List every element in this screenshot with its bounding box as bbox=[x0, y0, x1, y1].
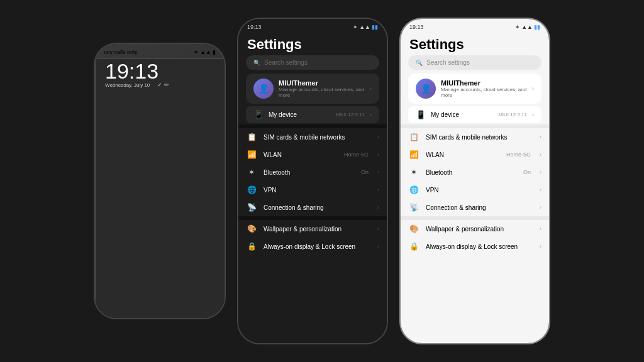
phone3-lock-label: Always-on display & Lock screen bbox=[426, 243, 533, 250]
phone2-bt-icon: ✶ bbox=[246, 168, 257, 177]
phone2-device-icon: 📱 bbox=[253, 110, 264, 119]
phone3-conn-icon: 📡 bbox=[408, 203, 419, 212]
phone2-time: 19:13 bbox=[247, 24, 262, 30]
phone3-settings-content: 👤 MIUIThemer Manage accounts, cloud serv… bbox=[401, 74, 549, 343]
phone2-vpn-chevron: › bbox=[377, 187, 379, 193]
phone3-lock-icon: 🔒 bbox=[408, 242, 419, 251]
phone-2-dark: 19:13 ✶ ▲▲ ▮▮ Settings 🔍 Search settings… bbox=[237, 18, 388, 344]
phone3-profile-row[interactable]: 👤 MIUIThemer Manage accounts, cloud serv… bbox=[408, 74, 541, 104]
phone2-settings-content: 👤 MIUIThemer Manage accounts, cloud serv… bbox=[238, 74, 387, 343]
phone3-profile-sub: Manage accounts, cloud services, and mor… bbox=[441, 87, 527, 98]
phone3-menu-bt[interactable]: ✶ Bluetooth On › bbox=[401, 163, 549, 181]
phone3-device-icon: 📱 bbox=[416, 110, 426, 119]
phone3-conn-chevron: › bbox=[540, 204, 541, 211]
phone3-settings-title: Settings bbox=[401, 33, 549, 55]
phone3-bt-chevron: › bbox=[540, 169, 541, 175]
phone3-wall-chevron: › bbox=[540, 226, 541, 232]
phone2-menu-wlan[interactable]: 📶 WLAN Home-5G › bbox=[238, 146, 387, 163]
phone2-wlan-label: WLAN bbox=[264, 151, 338, 158]
phone3-wlan-icon: 📶 bbox=[408, 150, 419, 159]
phone3-wlan-value: Home-5G bbox=[506, 151, 531, 158]
phone3-conn-label: Connection & sharing bbox=[426, 204, 533, 211]
phone2-vpn-icon: 🌐 bbox=[246, 185, 257, 194]
phone3-device-label: My device bbox=[431, 111, 493, 118]
phone3-vpn-label: VPN bbox=[426, 187, 533, 194]
phone2-sim-label: SIM cards & mobile networks bbox=[264, 134, 371, 141]
phone3-device-chevron: › bbox=[532, 112, 534, 118]
phone2-device-row[interactable]: 📱 My device MIUI 12.5.11 › bbox=[246, 106, 379, 123]
phone3-search-bar[interactable]: 🔍 Search settings bbox=[408, 55, 541, 70]
phone2-wall-label: Wallpaper & personalization bbox=[264, 226, 371, 233]
phone2-search-bar[interactable]: 🔍 Search settings bbox=[246, 55, 379, 70]
phone3-menu-lock[interactable]: 🔒 Always-on display & Lock screen › bbox=[401, 238, 549, 255]
phone3-search-placeholder: Search settings bbox=[426, 59, 470, 66]
phone1-status-bar: ncy calls only ✶ ▲▲ ▮ bbox=[95, 44, 225, 58]
phone2-profile-chevron: › bbox=[370, 85, 372, 92]
phone2-bt-chevron: › bbox=[377, 169, 379, 175]
phone2-wall-icon: 🎨 bbox=[246, 224, 257, 233]
phone2-menu-lock[interactable]: 🔒 Always-on display & Lock screen › bbox=[238, 238, 387, 255]
phone2-lock-icon: 🔒 bbox=[246, 242, 257, 251]
phone3-time: 19:13 bbox=[409, 24, 424, 30]
phone3-wlan-chevron: › bbox=[540, 151, 541, 158]
phone2-lock-label: Always-on display & Lock screen bbox=[264, 243, 371, 250]
phone3-sim-icon: 📋 bbox=[408, 133, 419, 141]
phone2-device-version: MIUI 12.5.11 bbox=[336, 112, 365, 118]
phone2-search-placeholder: Search settings bbox=[264, 59, 308, 66]
phone2-wall-chevron: › bbox=[377, 226, 379, 232]
phone3-status-bar: 19:13 ✶ ▲▲ ▮▮ bbox=[401, 19, 549, 33]
settings-light-screen: 19:13 ✶ ▲▲ ▮▮ Settings 🔍 Search settings… bbox=[401, 19, 549, 343]
phone3-bt-label: Bluetooth bbox=[426, 169, 517, 176]
phone2-bt-value: On bbox=[361, 169, 369, 175]
phone2-menu-sim[interactable]: 📋 SIM cards & mobile networks › bbox=[238, 128, 387, 146]
phone2-profile-row[interactable]: 👤 MIUIThemer Manage accounts, cloud serv… bbox=[246, 74, 379, 104]
phone3-avatar: 👤 bbox=[416, 79, 436, 99]
phone3-profile-name: MIUIThemer bbox=[441, 79, 527, 87]
phone2-wlan-icon: 📶 bbox=[246, 150, 257, 159]
phone3-menu-vpn[interactable]: 🌐 VPN › bbox=[401, 181, 549, 199]
phone2-avatar: 👤 bbox=[253, 79, 274, 99]
phone2-profile-sub: Manage accounts, cloud services, and mor… bbox=[279, 87, 365, 98]
phone2-vpn-label: VPN bbox=[264, 187, 371, 194]
phone3-vpn-chevron: › bbox=[540, 187, 541, 193]
phone2-status-icons: ✶ ▲▲ ▮▮ bbox=[353, 24, 378, 30]
phone2-search-icon: 🔍 bbox=[253, 60, 260, 66]
phone3-device-row[interactable]: 📱 My device MIUI 12.5.11 › bbox=[408, 106, 541, 123]
phone2-status-bar: 19:13 ✶ ▲▲ ▮▮ bbox=[238, 19, 387, 33]
phone1-status-icons: ✶ ▲▲ ▮ bbox=[194, 49, 216, 55]
phone3-bt-icon: ✶ bbox=[408, 168, 419, 177]
phone1-time: 19:13 bbox=[105, 60, 217, 82]
phone2-settings-title: Settings bbox=[238, 33, 387, 55]
phone2-device-label: My device bbox=[269, 111, 331, 118]
phone2-conn-icon: 📡 bbox=[246, 203, 257, 212]
phone3-bt-value: On bbox=[523, 169, 531, 175]
phone2-bt-label: Bluetooth bbox=[264, 169, 355, 176]
phone2-wlan-chevron: › bbox=[377, 151, 379, 158]
phone3-vpn-icon: 🌐 bbox=[408, 185, 419, 194]
phone-3-light: 19:13 ✶ ▲▲ ▮▮ Settings 🔍 Search settings… bbox=[399, 18, 550, 344]
phone3-menu-wall[interactable]: 🎨 Wallpaper & personalization › bbox=[401, 220, 549, 238]
phone1-date: Wednesday, July 10 bbox=[105, 82, 150, 88]
phone3-profile-chevron: › bbox=[532, 85, 534, 92]
phone3-menu-wlan[interactable]: 📶 WLAN Home-5G › bbox=[401, 146, 549, 163]
phone2-sim-chevron: › bbox=[377, 134, 379, 140]
phone3-status-icons: ✶ ▲▲ ▮▮ bbox=[515, 24, 540, 30]
phone-1: ncy calls only ✶ ▲▲ ▮ 19:13 Wednesday, J… bbox=[94, 43, 226, 319]
phone3-menu-conn[interactable]: 📡 Connection & sharing › bbox=[401, 199, 549, 216]
phone2-wlan-value: Home-5G bbox=[344, 151, 369, 158]
phone3-menu-sim[interactable]: 📋 SIM cards & mobile networks › bbox=[401, 128, 549, 146]
phone3-wall-icon: 🎨 bbox=[408, 224, 419, 233]
phone3-wlan-label: WLAN bbox=[426, 151, 500, 158]
phone2-device-chevron: › bbox=[370, 112, 372, 118]
phone2-menu-bt[interactable]: ✶ Bluetooth On › bbox=[238, 163, 387, 181]
phone2-menu-conn[interactable]: 📡 Connection & sharing › bbox=[238, 199, 387, 216]
phone2-menu-wall[interactable]: 🎨 Wallpaper & personalization › bbox=[238, 220, 387, 238]
phone3-sim-label: SIM cards & mobile networks bbox=[426, 134, 533, 141]
phone3-search-icon: 🔍 bbox=[416, 60, 423, 66]
phone3-profile-info: MIUIThemer Manage accounts, cloud servic… bbox=[441, 79, 527, 98]
settings-dark-screen: 19:13 ✶ ▲▲ ▮▮ Settings 🔍 Search settings… bbox=[238, 19, 387, 343]
phone3-sim-chevron: › bbox=[540, 134, 541, 140]
phone2-menu-vpn[interactable]: 🌐 VPN › bbox=[238, 181, 387, 199]
phone2-profile-name: MIUIThemer bbox=[279, 79, 365, 87]
phone2-profile-info: MIUIThemer Manage accounts, cloud servic… bbox=[279, 79, 365, 98]
